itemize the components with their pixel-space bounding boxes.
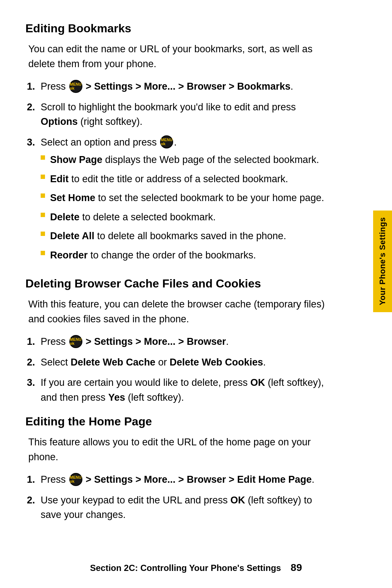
step-content: Press MENUok > Settings > More... > Brow… bbox=[41, 79, 330, 94]
bullet-icon bbox=[41, 193, 45, 198]
step-content: Use your keypad to edit the URL and pres… bbox=[41, 493, 330, 522]
footer-page-number: 89 bbox=[291, 562, 302, 573]
bullet-show-page: Show Page displays the Web page of the s… bbox=[41, 152, 330, 167]
footer-label: Section 2C: Controlling Your Phone's Set… bbox=[90, 563, 281, 573]
menu-icon: MENUok bbox=[69, 80, 82, 93]
options-label: Options bbox=[41, 116, 78, 127]
page-content: Editing Bookmarks You can edit the name … bbox=[0, 0, 356, 562]
delete-web-cache-label: Delete Web Cache bbox=[71, 357, 156, 368]
bullet-delete: Delete to delete a selected bookmark. bbox=[41, 210, 330, 225]
step-content: Press MENUok > Settings > More... > Brow… bbox=[41, 472, 330, 487]
bullet-icon bbox=[41, 155, 45, 160]
section-editing-home: Editing the Home Page This feature allow… bbox=[25, 415, 330, 522]
bullet-icon bbox=[41, 232, 45, 236]
bullet-icon bbox=[41, 175, 45, 179]
step-num: 1. bbox=[25, 472, 41, 487]
step-num: 3. bbox=[25, 135, 41, 150]
step-num: 2. bbox=[25, 100, 41, 115]
step-content: Press MENUok > Settings > More... > Brow… bbox=[41, 334, 330, 349]
bullet-set-home: Set Home to set the selected bookmark to… bbox=[41, 191, 330, 205]
section-intro-cache: With this feature, you can delete the br… bbox=[25, 297, 330, 326]
step-num: 3. bbox=[25, 375, 41, 390]
bullet-text: Show Page displays the Web page of the s… bbox=[50, 152, 319, 167]
bullet-reorder: Reorder to change the order of the bookm… bbox=[41, 248, 330, 263]
section-deleting-cache: Deleting Browser Cache Files and Cookies… bbox=[25, 277, 330, 405]
step-1-home: 1. Press MENUok > Settings > More... > B… bbox=[25, 472, 330, 487]
step-content: Scroll to highlight the bookmark you'd l… bbox=[41, 100, 330, 129]
step-2-home: 2. Use your keypad to edit the URL and p… bbox=[25, 493, 330, 522]
bookmarks-steps: 1. Press MENUok > Settings > More... > B… bbox=[25, 79, 330, 267]
step-num: 2. bbox=[25, 493, 41, 508]
bullet-delete-all: Delete All to delete all bookmarks saved… bbox=[41, 229, 330, 244]
section-editing-bookmarks: Editing Bookmarks You can edit the name … bbox=[25, 22, 330, 267]
step-1-bookmarks: 1. Press MENUok > Settings > More... > B… bbox=[25, 79, 330, 94]
yes-label: Yes bbox=[108, 392, 125, 403]
step-num: 2. bbox=[25, 355, 41, 370]
step-1-cache: 1. Press MENUok > Settings > More... > B… bbox=[25, 334, 330, 349]
bullet-icon bbox=[41, 213, 45, 217]
step-num: 1. bbox=[25, 334, 41, 349]
home-steps: 1. Press MENUok > Settings > More... > B… bbox=[25, 472, 330, 522]
bullet-text: Delete to delete a selected bookmark. bbox=[50, 210, 216, 225]
ok-label: OK bbox=[250, 377, 265, 388]
bullet-text: Reorder to change the order of the bookm… bbox=[50, 248, 256, 263]
step-path: > Settings > More... > Browser > Bookmar… bbox=[86, 81, 290, 92]
delete-web-cookies-label: Delete Web Cookies bbox=[170, 357, 263, 368]
section-intro-home: This feature allows you to edit the URL … bbox=[25, 435, 330, 464]
step-2-bookmarks: 2. Scroll to highlight the bookmark you'… bbox=[25, 100, 330, 129]
side-tab: Your Phone's Settings bbox=[373, 211, 392, 312]
bullet-text: Delete All to delete all bookmarks saved… bbox=[50, 229, 286, 244]
step-content: If you are certain you would like to del… bbox=[41, 375, 330, 405]
bullet-text: Set Home to set the selected bookmark to… bbox=[50, 191, 324, 205]
step-num: 1. bbox=[25, 79, 41, 94]
step-3-cache: 3. If you are certain you would like to … bbox=[25, 375, 330, 405]
ok-label: OK bbox=[230, 495, 245, 506]
bookmarks-bullet-list: Show Page displays the Web page of the s… bbox=[41, 152, 330, 262]
menu-icon: MENUok bbox=[69, 473, 82, 486]
footer: Section 2C: Controlling Your Phone's Set… bbox=[0, 562, 392, 573]
side-tab-label: Your Phone's Settings bbox=[378, 217, 387, 306]
step-content: Select an option and press MENUok. Show … bbox=[41, 135, 330, 267]
section-title-cache: Deleting Browser Cache Files and Cookies bbox=[25, 277, 330, 290]
section-title-home: Editing the Home Page bbox=[25, 415, 330, 428]
menu-icon: MENUok bbox=[160, 135, 173, 148]
menu-icon: MENUok bbox=[69, 335, 82, 348]
bullet-edit: Edit to edit the title or address of a s… bbox=[41, 172, 330, 187]
bullet-text: Edit to edit the title or address of a s… bbox=[50, 172, 288, 187]
section-title-bookmarks: Editing Bookmarks bbox=[25, 22, 330, 35]
step-3-bookmarks: 3. Select an option and press MENUok. Sh… bbox=[25, 135, 330, 267]
section-intro-bookmarks: You can edit the name or URL of your boo… bbox=[25, 42, 330, 71]
step-2-cache: 2. Select Delete Web Cache or Delete Web… bbox=[25, 355, 330, 370]
bullet-icon bbox=[41, 251, 45, 255]
step-content: Select Delete Web Cache or Delete Web Co… bbox=[41, 355, 330, 370]
cache-steps: 1. Press MENUok > Settings > More... > B… bbox=[25, 334, 330, 405]
step-path: > Settings > More... > Browser > Edit Ho… bbox=[86, 474, 312, 485]
step-path: > Settings > More... > Browser bbox=[86, 336, 226, 347]
